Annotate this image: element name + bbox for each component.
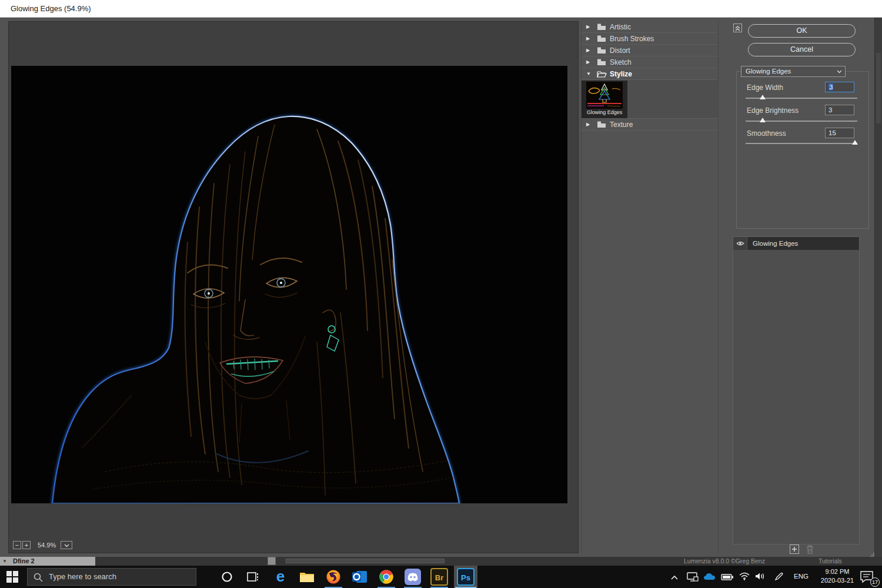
taskbar-app-bridge[interactable]: Br <box>427 566 451 588</box>
category-label: Brush Strokes <box>610 33 654 45</box>
folder-icon <box>597 58 606 66</box>
cancel-button[interactable]: Cancel <box>748 43 856 56</box>
filter-category-brush-strokes[interactable]: ▶ Brush Strokes <box>582 33 718 45</box>
expand-arrow-icon[interactable]: ▶ <box>586 45 590 56</box>
slider-thumb[interactable] <box>852 140 858 145</box>
tray-onedrive-icon[interactable] <box>703 572 716 583</box>
glowing-edges-preview-image[interactable] <box>11 66 567 503</box>
smoothness-input[interactable]: 15 <box>825 128 854 138</box>
monitor-icon <box>687 572 699 582</box>
plus-icon <box>790 545 799 553</box>
slider-thumb[interactable] <box>760 118 766 122</box>
bridge-icon: Br <box>430 568 448 586</box>
edge-brightness-input[interactable]: 3 <box>825 105 854 115</box>
tray-display-icon[interactable] <box>687 572 699 584</box>
expand-arrow-icon[interactable]: ▶ <box>586 33 590 45</box>
svg-text:e: e <box>276 569 285 584</box>
taskbar-app-edge[interactable]: e <box>269 566 292 588</box>
eye-icon <box>736 240 744 246</box>
start-button[interactable] <box>6 570 20 583</box>
window-right-edge-scrollbar[interactable] <box>874 18 882 557</box>
chrome-icon <box>379 569 394 584</box>
search-icon <box>34 573 43 582</box>
file-explorer-icon <box>299 570 315 583</box>
chevron-down-icon <box>837 70 842 74</box>
filter-select-dropdown[interactable]: Glowing Edges <box>741 66 846 77</box>
search-placeholder: Type here to search <box>49 572 116 581</box>
taskbar-search-input[interactable]: Type here to search <box>27 568 196 586</box>
task-view-button[interactable] <box>241 566 265 588</box>
folder-icon <box>597 23 606 31</box>
effect-layer-row[interactable]: Glowing Edges <box>733 237 859 250</box>
svg-text:Ps: Ps <box>461 573 470 582</box>
edge-icon: e <box>273 569 288 584</box>
expand-arrow-icon[interactable]: ▶ <box>586 56 590 68</box>
taskbar-app-firefox[interactable] <box>322 566 345 588</box>
taskbar-app-photoshop[interactable]: Ps <box>454 566 477 588</box>
tray-clock[interactable]: 9:02 PM 2020-03-21 <box>818 567 856 585</box>
edge-width-input[interactable]: 3 <box>825 82 854 92</box>
taskbar-app-outlook[interactable] <box>348 566 372 588</box>
ok-button[interactable]: OK <box>748 24 856 38</box>
tray-battery-icon[interactable] <box>721 572 734 583</box>
smoothness-label: Smoothness <box>747 129 786 138</box>
category-label: Stylize <box>610 68 632 80</box>
dfine-panel-label: Dfine 2 <box>13 557 35 566</box>
tray-pen-icon[interactable] <box>774 572 783 584</box>
collapse-arrow-icon[interactable]: ▼ <box>586 68 591 80</box>
expand-arrow-icon[interactable]: ▶ <box>586 119 590 131</box>
spinner-control[interactable] <box>268 557 276 565</box>
dfine-panel-tab[interactable]: ▼ Dfine 2 <box>0 557 95 566</box>
filter-select-value: Glowing Edges <box>746 68 791 75</box>
filter-options-group <box>736 71 869 229</box>
filter-category-stylize[interactable]: ▼ Stylize <box>582 68 718 80</box>
tray-wifi-icon[interactable] <box>739 572 750 583</box>
category-label: Distort <box>610 45 630 56</box>
zoom-level-dropdown[interactable] <box>61 541 72 549</box>
scrollbar-thumb[interactable] <box>876 53 881 123</box>
filter-category-distort[interactable]: ▶ Distort <box>582 45 718 56</box>
chevron-down-icon <box>64 544 69 547</box>
filter-category-sketch[interactable]: ▶ Sketch <box>582 56 718 68</box>
effect-layer-buttons <box>731 544 874 555</box>
taskbar-app-chrome[interactable] <box>375 566 398 588</box>
windows-logo-icon <box>6 570 19 583</box>
taskbar-app-discord[interactable] <box>401 566 425 588</box>
filter-thumbnail-glowing-edges[interactable]: Glowing Edges <box>582 81 627 118</box>
edge-width-slider[interactable] <box>746 98 857 99</box>
visibility-toggle[interactable] <box>733 237 747 250</box>
glowing-edges-thumbnail-art <box>586 82 623 109</box>
cortana-icon <box>221 571 233 583</box>
tray-volume-icon[interactable] <box>755 572 766 583</box>
slider-thumb[interactable] <box>760 95 766 99</box>
folder-icon <box>597 35 606 42</box>
svg-text:Br: Br <box>435 573 443 582</box>
filter-category-artistic[interactable]: ▶ Artistic <box>582 21 718 33</box>
effect-layers-panel: Glowing Edges <box>733 236 860 544</box>
zoom-in-button[interactable]: + <box>22 541 31 549</box>
tray-language-indicator[interactable]: ENG <box>794 573 808 580</box>
expand-arrow-icon[interactable]: ▶ <box>586 21 590 33</box>
tutorials-button[interactable]: Tutorials <box>818 557 842 566</box>
category-label: Sketch <box>610 56 632 68</box>
zoom-out-button[interactable]: − <box>13 541 21 549</box>
stylize-filters-row: Glowing Edges <box>582 80 718 119</box>
taskbar-app-file-explorer[interactable] <box>295 566 319 588</box>
edge-brightness-slider[interactable] <box>746 121 857 122</box>
filter-category-list: ▶ Artistic ▶ Brush Strokes ▶ Distort ▶ S… <box>581 21 719 553</box>
delete-effect-layer-button[interactable] <box>806 544 815 554</box>
new-effect-layer-button[interactable] <box>790 544 799 554</box>
windows-taskbar: Type here to search e Br Ps <box>0 566 882 588</box>
action-center-button[interactable]: 17 <box>860 570 877 584</box>
horizontal-scrollbar[interactable] <box>286 559 445 563</box>
collapse-panel-button[interactable] <box>733 24 742 32</box>
tray-show-hidden-icons[interactable] <box>670 572 679 583</box>
dialog-body: −+54.9% ▶ Artistic ▶ Brush Strokes ▶ Dis… <box>0 18 882 557</box>
resize-grip[interactable] <box>870 549 874 554</box>
cortana-button[interactable] <box>215 566 239 588</box>
filter-category-texture[interactable]: ▶ Texture <box>582 119 718 131</box>
photoshop-filter-gallery-screen: Glowing Edges (54.9%) <box>0 0 882 588</box>
dialog-title: Glowing Edges (54.9%) <box>11 4 91 13</box>
smoothness-slider[interactable] <box>746 143 857 144</box>
dropdown-arrow-icon: ▼ <box>2 557 7 566</box>
